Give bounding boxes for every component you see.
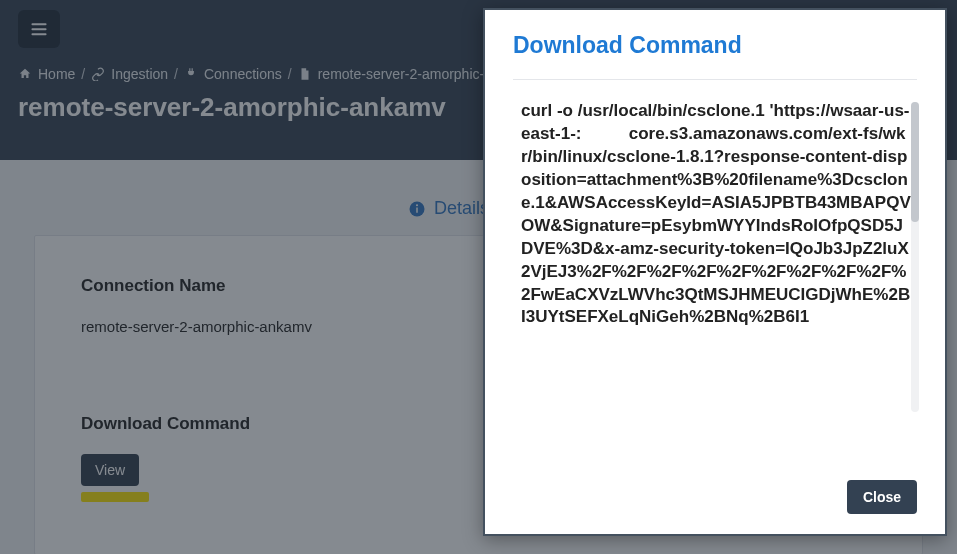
close-button[interactable]: Close (847, 480, 917, 514)
modal-header: Download Command (485, 10, 945, 69)
modal-body: curl -o /usr/local/bin/csclone.1 'https:… (485, 80, 945, 474)
command-text[interactable]: curl -o /usr/local/bin/csclone.1 'https:… (521, 100, 925, 440)
modal-footer: Close (485, 474, 945, 534)
scrollbar-thumb[interactable] (911, 102, 919, 222)
download-command-modal: Download Command curl -o /usr/local/bin/… (483, 8, 947, 536)
modal-title: Download Command (513, 32, 917, 59)
